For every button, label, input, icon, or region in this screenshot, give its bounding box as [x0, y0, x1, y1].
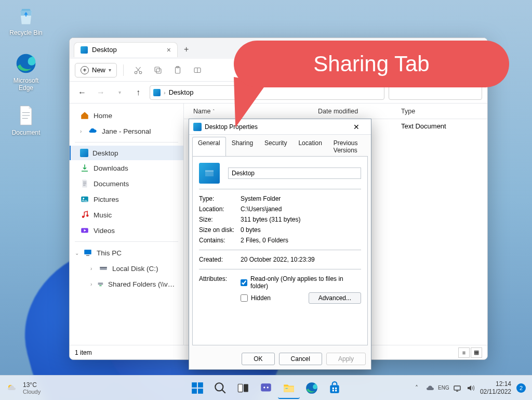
tab-security[interactable]: Security — [259, 137, 292, 156]
label-contains: Contains: — [199, 237, 241, 244]
tab-previous-versions[interactable]: Previous Versions — [328, 137, 368, 156]
music-icon — [80, 210, 89, 220]
column-label: Date modified — [318, 108, 358, 115]
svg-rect-23 — [192, 389, 197, 394]
sidebar-item-music[interactable]: Music — [70, 207, 183, 223]
videos-icon — [80, 226, 89, 235]
svg-rect-26 — [238, 384, 243, 392]
folder-icon — [199, 163, 220, 184]
tab-location[interactable]: Location — [292, 137, 327, 156]
label-location: Location: — [199, 205, 241, 213]
sidebar-item-shared[interactable]: › Shared Folders (\\vmware-host) — [70, 276, 183, 292]
recycle-bin-icon — [15, 4, 37, 27]
back-button[interactable]: ← — [75, 85, 89, 100]
sidebar-item-jane[interactable]: › Jane - Personal — [70, 123, 183, 139]
dialog-title-bar[interactable]: Desktop Properties ✕ — [189, 119, 371, 135]
ok-button[interactable]: OK — [242, 353, 274, 365]
chevron-right-icon: › — [90, 281, 94, 287]
sidebar-item-desktop[interactable]: Desktop — [70, 146, 183, 160]
tab-desktop[interactable]: Desktop × — [74, 42, 178, 57]
hidden-checkbox[interactable] — [241, 294, 248, 302]
sidebar: Home › Jane - Personal Desktop Downloads… — [70, 104, 184, 345]
onedrive-tray-icon[interactable] — [426, 384, 434, 392]
chevron-right-icon: › — [164, 89, 166, 96]
task-view-button[interactable] — [232, 377, 254, 399]
folder-name-input[interactable] — [228, 167, 361, 179]
date: 02/11/2022 — [480, 388, 511, 395]
close-button[interactable]: ✕ — [346, 121, 367, 133]
desktop-icon-document[interactable]: Document — [6, 104, 46, 136]
properties-body: Type:System Folder Location:C:\Users\jan… — [192, 156, 368, 345]
cancel-button[interactable]: Cancel — [279, 353, 322, 365]
home-icon — [80, 111, 89, 120]
weather-icon — [6, 382, 19, 394]
copy-icon[interactable] — [150, 62, 166, 79]
rename-icon[interactable] — [189, 62, 206, 79]
tab-close-button[interactable]: × — [167, 46, 171, 54]
sidebar-item-pictures[interactable]: Pictures — [70, 191, 183, 207]
sidebar-item-label: Desktop — [92, 149, 118, 157]
svg-rect-17 — [98, 282, 103, 285]
annotation-callout: Sharing Tab — [234, 41, 509, 98]
tab-label: Desktop — [92, 46, 117, 54]
recent-dropdown[interactable]: ▾ — [112, 85, 127, 100]
sidebar-item-downloads[interactable]: Downloads — [70, 160, 183, 176]
system-tray: ˄ ENG 12:14 02/11/2022 2 — [406, 380, 532, 395]
sidebar-item-label: Shared Folders (\\vmware-host) — [108, 280, 178, 288]
new-button[interactable]: + New ▾ — [75, 63, 117, 78]
sidebar-item-videos[interactable]: Videos — [70, 223, 183, 238]
svg-point-11 — [86, 214, 89, 217]
tab-general[interactable]: General — [192, 137, 226, 156]
readonly-checkbox[interactable] — [241, 279, 247, 286]
sidebar-item-home[interactable]: Home — [70, 108, 183, 123]
sidebar-item-documents[interactable]: Documents — [70, 176, 183, 191]
svg-rect-13 — [84, 250, 91, 254]
cut-icon[interactable] — [130, 62, 147, 79]
hidden-label: Hidden — [251, 294, 271, 302]
desktop-icon-recycle-bin[interactable]: Recycle Bin — [6, 4, 46, 36]
label-type: Type: — [199, 195, 241, 202]
pictures-icon — [80, 195, 89, 204]
notification-badge[interactable]: 2 — [516, 383, 526, 393]
paste-icon[interactable] — [169, 62, 186, 79]
store-button[interactable] — [324, 377, 345, 399]
network-tray-icon[interactable] — [453, 384, 461, 392]
chevron-down-icon: ⌄ — [75, 250, 80, 256]
label-size-on-disk: Size on disk: — [199, 226, 241, 234]
sidebar-item-local-disk[interactable]: › Local Disk (C:) — [70, 261, 183, 276]
view-grid-button[interactable]: ▦ — [471, 347, 482, 358]
edge-button[interactable] — [301, 377, 323, 399]
separator — [199, 250, 361, 250]
column-date[interactable]: Date modified — [314, 108, 397, 115]
weather-text: Cloudy — [23, 389, 41, 395]
up-button[interactable]: ↑ — [131, 85, 145, 100]
forward-button[interactable]: → — [94, 85, 108, 100]
svg-rect-32 — [286, 388, 288, 389]
readonly-label: Read-only (Only applies to files in fold… — [250, 275, 361, 290]
toolbar-separator — [123, 64, 124, 76]
weather-widget[interactable]: 13°C Cloudy — [0, 381, 47, 395]
advanced-button[interactable]: Advanced... — [309, 292, 361, 304]
search-button[interactable] — [209, 377, 231, 399]
tab-sharing[interactable]: Sharing — [226, 137, 259, 156]
column-type[interactable]: Type — [397, 108, 470, 115]
sidebar-item-this-pc[interactable]: ⌄ This PC — [70, 245, 183, 261]
desktop-icon — [153, 89, 161, 96]
desktop-icon-edge[interactable]: Microsoft Edge — [6, 52, 46, 92]
value-size: 311 bytes (311 bytes) — [241, 216, 361, 223]
svg-rect-38 — [335, 390, 337, 391]
view-list-button[interactable]: ≡ — [458, 347, 470, 358]
chevron-right-icon: › — [90, 266, 96, 272]
chat-button[interactable] — [255, 377, 277, 399]
volume-tray-icon[interactable] — [467, 384, 475, 392]
clock[interactable]: 12:14 02/11/2022 — [480, 380, 511, 395]
apply-button[interactable]: Apply — [326, 353, 366, 365]
new-tab-button[interactable]: + — [178, 42, 195, 57]
properties-tabs: General Sharing Security Location Previo… — [189, 135, 371, 156]
explorer-button[interactable] — [278, 377, 300, 399]
start-button[interactable] — [187, 377, 208, 399]
svg-rect-31 — [284, 386, 294, 392]
tray-overflow-icon[interactable]: ˄ — [413, 384, 421, 392]
properties-dialog: Desktop Properties ✕ General Sharing Sec… — [189, 119, 371, 370]
language-tray-icon[interactable]: ENG — [440, 384, 448, 392]
